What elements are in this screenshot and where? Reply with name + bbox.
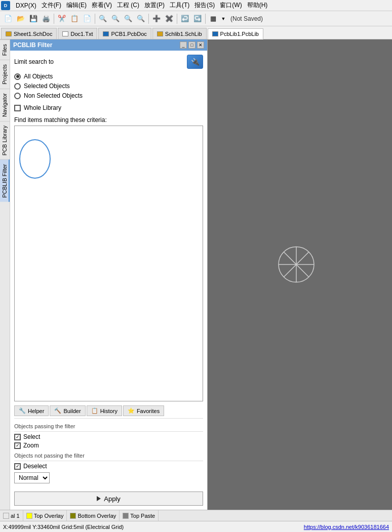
- menu-window[interactable]: 窗口(W): [217, 0, 244, 11]
- layer-item-3[interactable]: Bottom Overlay: [67, 510, 120, 521]
- tab-sheet1[interactable]: Sheet1.SchDoc: [1, 28, 57, 39]
- toolbar-zoom4[interactable]: 🔍: [135, 13, 147, 25]
- toolbar-zoom2[interactable]: 🔍: [109, 13, 122, 25]
- toolbar-zoom3[interactable]: 🔍: [122, 13, 134, 25]
- objects-passing-section: Objects passing the filter ✓ Select ✓ Zo…: [14, 423, 203, 449]
- whole-library-label: Whole Library: [24, 104, 61, 111]
- panel-close[interactable]: ✕: [197, 42, 204, 49]
- zoom-label: Zoom: [23, 442, 39, 449]
- toolbar-open[interactable]: 📂: [15, 13, 27, 25]
- side-tab-pcblibfilter[interactable]: PCBLIB Filter: [0, 159, 10, 202]
- toolbar-cut[interactable]: ✂️: [56, 13, 68, 25]
- toolbar-grid[interactable]: ▦: [207, 13, 219, 25]
- radio-all-objects[interactable]: All Objects: [14, 73, 203, 80]
- status-url[interactable]: https://blog.csdn.net/k9036181664: [304, 524, 389, 530]
- toolbar-print[interactable]: 🖨️: [40, 13, 52, 25]
- helper-tab[interactable]: 🔧 Helper: [14, 405, 49, 416]
- panel-maximize[interactable]: □: [188, 42, 195, 49]
- side-tab-navigator[interactable]: Navigator: [0, 89, 10, 121]
- layer-bar: al 1 Top Overlay Bottom Overlay Top Past…: [0, 510, 392, 521]
- menu-dxp[interactable]: DXP(X): [13, 1, 39, 10]
- menu-file[interactable]: 文件(F): [39, 0, 64, 11]
- layer-item-1[interactable]: al 1: [0, 510, 23, 521]
- builder-tab[interactable]: 🔨 Builder: [50, 405, 85, 416]
- deselect-label: Deselect: [23, 463, 47, 470]
- deselect-checkbox[interactable]: ✓ Deselect: [14, 463, 203, 470]
- history-icon: 📋: [91, 407, 98, 414]
- side-tab-projects[interactable]: Projects: [0, 60, 10, 89]
- layer-label-2: Top Overlay: [34, 513, 64, 519]
- apply-triangle-icon: [97, 496, 101, 501]
- favorites-icon: ⭐: [128, 407, 135, 414]
- filter-tabs: 🔧 Helper 🔨 Builder 📋 History ⭐ Favorites: [14, 405, 203, 419]
- panel-body: Limit search to 🔌 All Objects Selected O…: [10, 51, 207, 510]
- layer-label-1: al 1: [11, 513, 20, 519]
- layer-item-4[interactable]: Top Paste: [120, 510, 159, 521]
- radio-selected-objects[interactable]: Selected Objects: [14, 83, 203, 90]
- toolbar-new[interactable]: 📄: [2, 13, 14, 25]
- tab-doc1[interactable]: Doc1.Txt: [58, 28, 97, 39]
- objects-not-passing-label: Objects not passing the filter: [14, 453, 85, 459]
- menu-report[interactable]: 报告(S): [192, 0, 217, 11]
- normal-dropdown: Normal: [14, 472, 203, 483]
- crosshair-svg: [276, 244, 317, 284]
- layer-color-3: [70, 513, 76, 519]
- menu-help[interactable]: 帮助(H): [245, 0, 270, 11]
- objects-not-passing-section: Objects not passing the filter ✓ Deselec…: [14, 452, 203, 488]
- layer-label-3: Bottom Overlay: [77, 513, 116, 519]
- history-tab[interactable]: 📋 History: [87, 405, 122, 416]
- radio-non-selected-label: Non Selected Objects: [24, 92, 83, 99]
- normal-select[interactable]: Normal: [14, 472, 50, 483]
- tab-schlib1-label: Schlib1.SchLib: [165, 31, 202, 37]
- panel-minimize[interactable]: _: [180, 42, 187, 49]
- toolbar-redo[interactable]: ↪️: [191, 13, 204, 25]
- layer-item-2[interactable]: Top Overlay: [23, 510, 67, 521]
- favorites-tab[interactable]: ⭐ Favorites: [123, 405, 164, 416]
- menu-place[interactable]: 放置(P): [142, 0, 167, 11]
- toolbar-save[interactable]: 💾: [27, 13, 40, 25]
- toolbar-zoom1[interactable]: 🔍: [97, 13, 109, 25]
- limit-search-label: Limit search to: [14, 58, 54, 65]
- toolbar-paste[interactable]: 📄: [81, 13, 93, 25]
- panel: PCBLIB Filter _ □ ✕ Limit search to 🔌: [10, 39, 208, 510]
- criteria-box[interactable]: [14, 126, 203, 401]
- toolbar-copy[interactable]: 📋: [68, 13, 81, 25]
- side-tab-pcblibrary[interactable]: PCB Library: [0, 121, 10, 159]
- limit-search-icon: 🔌: [187, 55, 203, 69]
- menu-project[interactable]: 工程 (C): [114, 0, 142, 11]
- app-logo: D: [1, 1, 10, 10]
- toolbar-dropdown[interactable]: ▼: [220, 13, 227, 25]
- menubar: D DXP(X) 文件(F) 编辑(E) 察看(V) 工程 (C) 放置(P) …: [0, 0, 392, 11]
- tab-schlib1[interactable]: Schlib1.SchLib: [152, 28, 207, 39]
- toolbar-x[interactable]: ✖️: [163, 13, 175, 25]
- radio-non-selected[interactable]: Non Selected Objects: [14, 92, 203, 99]
- criteria-oval: [17, 136, 58, 182]
- side-tabs: Files Projects Navigator PCB Library PCB…: [0, 39, 10, 510]
- toolbar: 📄 📂 💾 🖨️ ✂️ 📋 📄 🔍 🔍 🔍 🔍 ➕ ✖️ ↩️ ↪️ ▦ ▼ (…: [0, 11, 392, 26]
- toolbar-cross[interactable]: ➕: [150, 13, 163, 25]
- layer-label-4: Top Paste: [130, 513, 155, 519]
- helper-icon: 🔧: [19, 407, 26, 414]
- layer-color-2: [26, 513, 32, 519]
- status-left: X:49999mil Y:33460mil Grid:5mil (Electri…: [3, 524, 124, 530]
- tab-pcblib1-label: PcbLib1.PcbLib: [220, 31, 259, 37]
- layer-color-4: [123, 513, 129, 519]
- tab-pcblib1[interactable]: PcbLib1.PcbLib: [208, 28, 263, 39]
- radio-all-objects-label: All Objects: [24, 73, 53, 80]
- tab-pcb1[interactable]: PCB1.PcbDoc: [98, 28, 151, 39]
- tab-doc1-label: Doc1.Txt: [70, 31, 93, 37]
- menu-view[interactable]: 察看(V): [89, 0, 114, 11]
- select-label: Select: [23, 433, 40, 440]
- whole-library-checkbox[interactable]: Whole Library: [14, 104, 203, 111]
- menu-tools[interactable]: 工具(T): [167, 0, 192, 11]
- toolbar-undo[interactable]: ↩️: [179, 13, 191, 25]
- radio-group: All Objects Selected Objects Non Selecte…: [14, 73, 203, 99]
- zoom-checkbox[interactable]: ✓ Zoom: [14, 442, 203, 449]
- tabs-bar: Sheet1.SchDoc Doc1.Txt PCB1.PcbDoc Schli…: [0, 26, 392, 39]
- radio-selected-label: Selected Objects: [24, 83, 70, 90]
- panel-header: PCBLIB Filter _ □ ✕: [10, 39, 207, 51]
- menu-edit[interactable]: 编辑(E): [64, 0, 89, 11]
- apply-button[interactable]: Apply: [14, 492, 203, 506]
- side-tab-files[interactable]: Files: [0, 39, 10, 60]
- select-checkbox[interactable]: ✓ Select: [14, 433, 203, 440]
